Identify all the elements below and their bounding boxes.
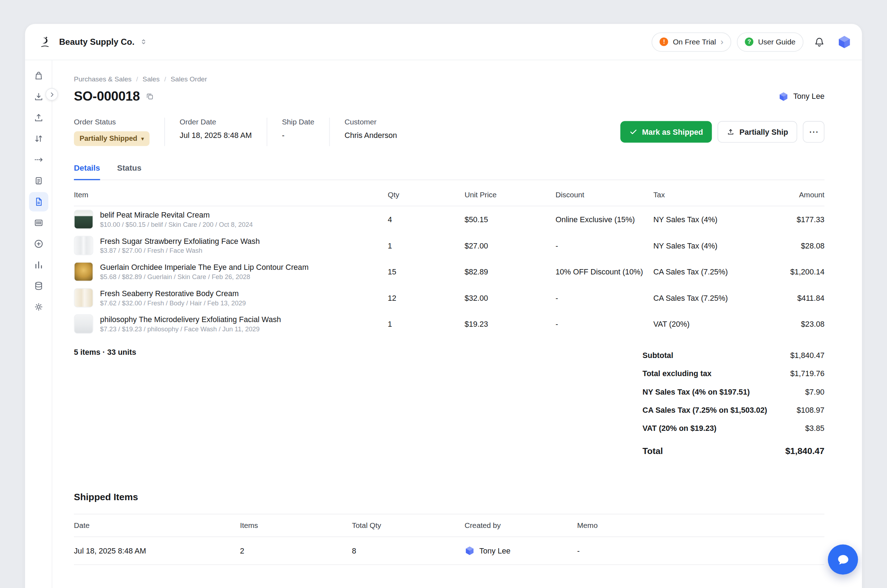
breadcrumb-sales[interactable]: Sales bbox=[143, 75, 160, 83]
created-by-name: Tony Lee bbox=[479, 546, 511, 555]
chevron-right-icon: › bbox=[720, 38, 723, 46]
summary-label: Subtotal bbox=[643, 351, 673, 359]
copy-order-number-button[interactable] bbox=[146, 92, 154, 100]
sidebar-stocktake[interactable] bbox=[29, 171, 48, 190]
item-tax: VAT (20%) bbox=[653, 320, 740, 328]
breadcrumb-purchases-sales[interactable]: Purchases & Sales bbox=[74, 75, 132, 83]
tab-details[interactable]: Details bbox=[74, 163, 100, 180]
partially-ship-button[interactable]: Partially Ship bbox=[718, 121, 797, 143]
summary-row: VAT (20% on $19.23) $3.85 bbox=[643, 419, 825, 437]
page: Beauty Supply Co. ! On Free Trial › ? Us… bbox=[0, 0, 887, 588]
stock-out-icon bbox=[33, 113, 44, 123]
shipped-row[interactable]: Jul 18, 2025 8:48 AM 2 8 Tony Lee - bbox=[74, 537, 824, 565]
sidebar bbox=[25, 60, 52, 588]
sidebar-item-list[interactable] bbox=[29, 66, 48, 85]
workspace-avatar[interactable] bbox=[836, 34, 852, 50]
cube-icon bbox=[837, 34, 852, 50]
item-qty: 1 bbox=[388, 242, 464, 250]
item-details: $3.87 / $27.00 / Fresh / Face Wash bbox=[100, 247, 260, 254]
sidebar-expand-button[interactable] bbox=[45, 88, 58, 100]
plus-circle-icon bbox=[33, 238, 44, 249]
col-created-by: Created by bbox=[464, 521, 577, 530]
company-selector[interactable]: Beauty Supply Co. bbox=[59, 37, 147, 46]
shipped-table-header: Date Items Total Qty Created by Memo bbox=[74, 514, 824, 537]
app-window: Beauty Supply Co. ! On Free Trial › ? Us… bbox=[25, 24, 862, 588]
summary-value: $3.85 bbox=[805, 424, 824, 432]
stock-in-icon bbox=[33, 92, 44, 102]
totals-summary: Subtotal $1,840.47 Total excluding tax $… bbox=[643, 346, 825, 461]
company-name: Beauty Supply Co. bbox=[59, 37, 134, 46]
trial-alert-icon: ! bbox=[660, 38, 668, 46]
sidebar-purchases-sales[interactable] bbox=[29, 192, 48, 211]
sidebar-stock-in[interactable] bbox=[29, 87, 48, 106]
product-thumbnail bbox=[74, 236, 93, 255]
summary-row: Total excluding tax $1,719.76 bbox=[643, 364, 825, 382]
item-row[interactable]: belif Peat Miracle Revital Cream $10.00 … bbox=[74, 206, 824, 232]
item-name: belif Peat Miracle Revital Cream bbox=[100, 211, 252, 219]
tabs: Details Status bbox=[74, 163, 824, 180]
copy-icon bbox=[146, 92, 154, 100]
order-owner[interactable]: Tony Lee bbox=[779, 92, 824, 102]
cube-icon bbox=[464, 546, 475, 556]
shipped-memo: - bbox=[577, 546, 824, 555]
shipped-items-count: 2 bbox=[240, 546, 352, 555]
item-qty: 15 bbox=[388, 267, 464, 276]
help-icon: ? bbox=[745, 38, 753, 46]
shipped-total-qty: 8 bbox=[352, 546, 465, 555]
item-tax: NY Sales Tax (4%) bbox=[653, 242, 740, 250]
mark-as-shipped-button[interactable]: Mark as Shipped bbox=[620, 121, 712, 143]
item-amount: $177.33 bbox=[740, 215, 824, 224]
sidebar-settings[interactable] bbox=[29, 297, 48, 316]
app-logo bbox=[36, 32, 53, 51]
item-details: $7.62 / $32.00 / Fresh / Body / Hair / F… bbox=[100, 300, 246, 306]
user-guide-button[interactable]: ? User Guide bbox=[737, 32, 803, 51]
more-actions-button[interactable]: ⋯ bbox=[803, 121, 824, 143]
item-details: $5.68 / $82.89 / Guerlain / Skin Care / … bbox=[100, 273, 308, 280]
item-unit-price: $27.00 bbox=[464, 242, 555, 250]
item-list-icon bbox=[33, 70, 44, 81]
total-value: $1,840.47 bbox=[785, 446, 824, 456]
sidebar-analytics[interactable] bbox=[29, 255, 48, 274]
summary-value: $1,840.47 bbox=[790, 351, 824, 359]
item-row[interactable]: Guerlain Orchidee Imperiale The Eye and … bbox=[74, 258, 824, 285]
sidebar-adjust[interactable] bbox=[29, 129, 48, 148]
notifications-button[interactable] bbox=[809, 32, 830, 52]
item-details: $7.23 / $19.23 / philosophy / Face Wash … bbox=[100, 326, 281, 332]
mark-as-shipped-label: Mark as Shipped bbox=[642, 128, 703, 136]
field-label: Ship Date bbox=[282, 118, 314, 126]
col-date: Date bbox=[74, 521, 240, 530]
item-unit-price: $32.00 bbox=[464, 294, 555, 302]
cube-icon bbox=[779, 92, 789, 102]
order-actions: Mark as Shipped Partially Ship ⋯ bbox=[620, 121, 824, 143]
item-discount: - bbox=[555, 294, 653, 302]
col-item: Item bbox=[74, 190, 388, 199]
item-qty: 4 bbox=[388, 215, 464, 224]
check-icon bbox=[629, 128, 637, 136]
order-status-badge[interactable]: Partially Shipped ▾ bbox=[74, 131, 150, 146]
item-details: $10.00 / $50.15 / belif / Skin Care / 20… bbox=[100, 221, 252, 228]
sidebar-move[interactable] bbox=[29, 150, 48, 169]
item-discount: - bbox=[555, 320, 653, 328]
item-tax: CA Sales Tax (7.25%) bbox=[653, 267, 740, 276]
col-total-qty: Total Qty bbox=[352, 521, 465, 530]
main-content: Purchases & Sales / Sales / Sales Order … bbox=[52, 60, 862, 588]
sidebar-barcode[interactable] bbox=[29, 213, 48, 232]
item-row[interactable]: Fresh Sugar Strawberry Exfoliating Face … bbox=[74, 232, 824, 259]
trial-label: On Free Trial bbox=[673, 38, 716, 46]
order-date-value: Jul 18, 2025 8:48 AM bbox=[180, 131, 252, 140]
free-trial-button[interactable]: ! On Free Trial › bbox=[652, 32, 732, 51]
tab-status[interactable]: Status bbox=[117, 163, 141, 180]
product-thumbnail bbox=[74, 262, 93, 281]
sidebar-data-center[interactable] bbox=[29, 276, 48, 296]
summary-row: CA Sales Tax (7.25% on $1,503.02) $108.9… bbox=[643, 400, 825, 419]
adjust-icon bbox=[33, 134, 44, 144]
chat-launcher-button[interactable] bbox=[828, 544, 858, 575]
barcode-icon bbox=[33, 218, 44, 228]
item-row[interactable]: philosophy The Microdelivery Exfoliating… bbox=[74, 311, 824, 337]
item-row[interactable]: Fresh Seaberry Restorative Body Cream $7… bbox=[74, 285, 824, 311]
sidebar-stock-out[interactable] bbox=[29, 108, 48, 127]
shipped-created-by: Tony Lee bbox=[464, 546, 577, 556]
item-unit-price: $19.23 bbox=[464, 320, 555, 328]
field-label: Customer bbox=[345, 118, 397, 126]
sidebar-add-item[interactable] bbox=[29, 234, 48, 254]
